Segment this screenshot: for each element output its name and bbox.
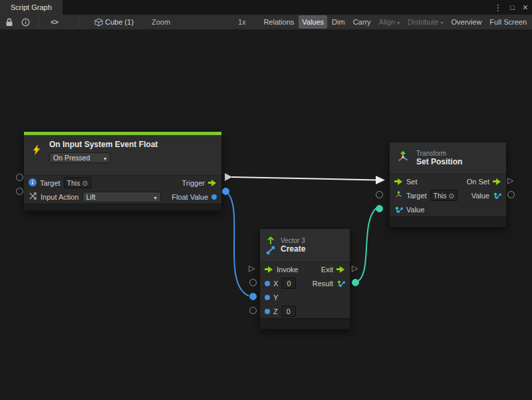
window-menu-icon[interactable]: ⋮ [493,3,502,13]
tab-script-graph[interactable]: Script Graph [0,0,63,15]
transform-target-in-port[interactable] [376,191,383,198]
node-transform-set-position[interactable]: Transform Set Position Set On Set Target… [389,142,507,228]
target-object-value: This [434,192,447,200]
set-label: Set [406,178,418,186]
code-icon[interactable]: <> [51,15,58,29]
z-label: Z [273,307,278,315]
align-dropdown-button[interactable]: Align [376,15,403,29]
x-value: 0 [287,280,291,288]
zoom-value: 1x [238,15,246,29]
node-type-label: Transform [416,150,462,157]
result-out-port[interactable] [352,279,359,286]
target-object-value: This [67,179,80,187]
carry-button[interactable]: Carry [350,15,374,29]
value-in-label: Value [406,206,424,214]
cube-icon [94,15,103,29]
target-object-field[interactable]: This [64,177,91,188]
lightning-icon [31,144,43,158]
overview-button[interactable]: Overview [448,15,485,29]
port-row-target-value: Target This Value [390,188,506,202]
info-icon[interactable] [21,15,30,29]
node-footer [390,216,506,227]
float-value-out-port[interactable] [222,188,229,195]
y-label: Y [273,294,278,301]
port-row-set: Set On Set [390,174,506,188]
event-state-dropdown[interactable]: On Pressed [49,152,110,163]
node-title: Set Position [416,157,462,166]
z-in-port[interactable] [249,307,257,314]
full-screen-button[interactable]: Full Screen [486,15,530,29]
port-row-x-result: X 0 Result [260,276,350,290]
x-value-field[interactable]: 0 [281,278,296,289]
trigger-flow-port-icon[interactable] [208,180,217,186]
input-action-icon [29,192,37,202]
target-object-field[interactable]: This [430,190,458,201]
object-info-icon [29,178,37,188]
title-bar: Script Graph ⋮ □ × [0,0,532,15]
exit-label: Exit [321,266,333,274]
window-close-icon[interactable]: × [523,2,528,13]
node-footer [24,204,221,210]
window-maximize-icon[interactable]: □ [510,3,515,11]
toolbar-divider [39,17,39,27]
dim-button[interactable]: Dim [329,15,348,29]
port-row-value-in: Value [390,202,506,216]
float-value-label: Float Value [172,193,208,201]
port-row-invoke-exit: Invoke Exit [260,262,350,276]
node-type-label: Vector 3 [281,237,305,244]
port-row-y: Y [260,290,350,304]
x-label: X [273,280,278,288]
x-port-icon[interactable] [265,281,270,286]
chevron-down-icon [152,193,156,201]
lock-icon[interactable] [5,15,13,29]
port-row-z: Z 0 [260,304,350,318]
set-flow-port-icon[interactable] [394,178,403,185]
input-action-dropdown[interactable]: Lift [82,192,161,202]
z-value-field[interactable]: 0 [281,305,296,317]
chevron-down-icon [102,154,106,162]
on-set-out-port[interactable]: ▷ [507,176,513,184]
port-row-input-action: Input Action Lift Float Value [24,190,221,204]
distribute-dropdown-button[interactable]: Distribute [404,15,446,29]
target-label: Target [406,192,427,200]
x-in-port[interactable] [249,279,257,286]
relations-button[interactable]: Relations [260,15,297,29]
on-set-flow-port-icon[interactable] [493,178,501,185]
tab-title: Script Graph [11,3,52,11]
object-picker-icon[interactable] [82,179,87,187]
transform-mini-icon [394,190,403,200]
node-footer [260,318,350,329]
exit-out-port[interactable]: ▷ [352,264,358,272]
value-out-label: Value [471,192,489,200]
event-state-value: On Pressed [53,154,90,162]
window-controls: ⋮ □ × [493,0,528,15]
input-action-label: Input Action [41,193,79,201]
input-action-value: Lift [86,193,96,201]
value-in-vector3-icon[interactable] [394,204,403,214]
y-port-icon[interactable] [265,295,270,300]
invoke-in-port[interactable]: ▷ [249,264,255,272]
node-title: Create [281,244,305,254]
float-value-port-icon[interactable] [211,194,217,200]
value-out-vector3-icon[interactable] [493,190,501,200]
invoke-flow-port-icon[interactable] [265,266,273,273]
node-vector3-create[interactable]: Vector 3 Create Invoke Exit X 0 Result [259,228,350,329]
invoke-label: Invoke [277,266,298,274]
graph-toolbar: <> Cube (1) Zoom 1x Relations Values Dim… [0,15,532,30]
on-set-label: On Set [467,178,489,186]
trigger-label: Trigger [182,179,205,187]
y-in-port[interactable] [249,293,257,300]
event-target-in-port[interactable] [16,174,23,181]
transform-value-in-port[interactable] [376,205,383,212]
values-button[interactable]: Values [299,15,327,29]
exit-flow-port-icon[interactable] [336,266,345,273]
node-title: On Input System Event Float [49,140,158,149]
event-input-action-in-port[interactable] [16,188,23,195]
result-vector3-icon[interactable] [336,278,345,288]
node-on-input-system-event-float[interactable]: On Input System Event Float On Pressed T… [23,131,222,211]
object-picker-icon[interactable] [448,192,454,200]
vector3-icon [266,236,275,255]
transform-value-out-port[interactable] [507,191,515,198]
z-port-icon[interactable] [265,309,270,314]
graph-target-label[interactable]: Cube (1) [105,15,134,29]
